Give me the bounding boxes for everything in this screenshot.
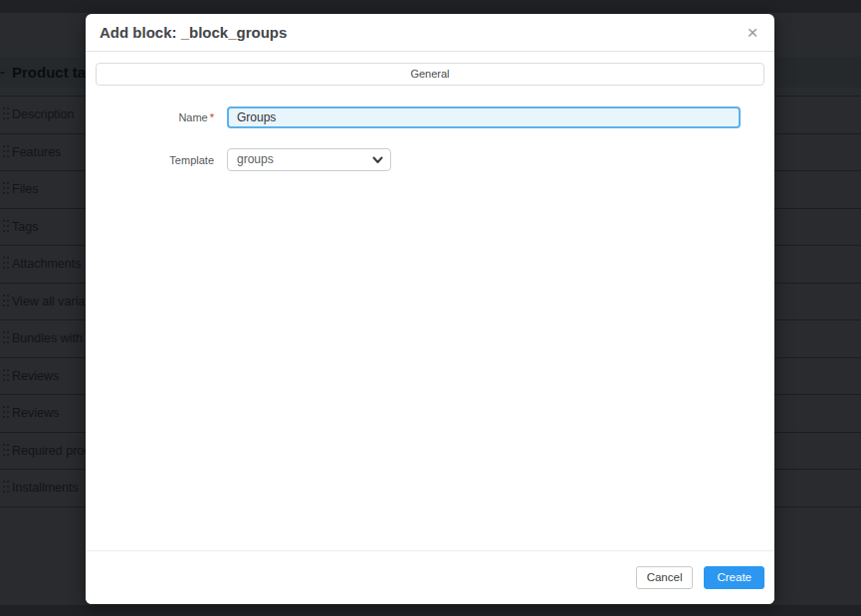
dialog-footer: Cancel Create: [86, 550, 774, 604]
list-item-label: Description: [12, 97, 75, 133]
drag-handle-icon[interactable]: [3, 295, 11, 308]
dialog-header: Add block: _block_groups ×: [86, 14, 774, 52]
list-item-label: Bundles with th: [12, 320, 97, 357]
template-label: Template: [86, 149, 214, 171]
admin-bottom-bar: [0, 605, 861, 616]
drag-handle-icon[interactable]: [3, 145, 11, 159]
drag-handle-icon[interactable]: [3, 331, 11, 345]
close-icon[interactable]: ×: [741, 14, 764, 52]
list-item-label: Files: [12, 171, 38, 208]
required-asterisk: *: [210, 111, 214, 123]
create-button[interactable]: Create: [704, 566, 764, 589]
template-select[interactable]: groups: [227, 148, 391, 171]
list-item-label: Installments: [12, 470, 79, 507]
list-item-label: Features: [12, 134, 61, 171]
drag-handle-icon[interactable]: [3, 107, 11, 121]
dialog-title: Add block: _block_groups: [100, 24, 287, 41]
cancel-button[interactable]: Cancel: [636, 566, 694, 589]
name-input[interactable]: [227, 106, 741, 128]
collapse-icon[interactable]: -: [0, 57, 8, 88]
admin-screen: - Product ta Description Features Files …: [0, 0, 861, 616]
drag-handle-icon[interactable]: [3, 220, 11, 234]
list-item-label: Reviews: [12, 395, 59, 432]
drag-handle-icon[interactable]: [3, 369, 11, 383]
page-title: Product ta: [12, 57, 86, 88]
template-selected-value: groups: [237, 149, 274, 170]
tab-general[interactable]: General: [96, 63, 764, 86]
list-item-label: Attachments: [12, 246, 81, 283]
list-item-label: Reviews: [12, 358, 59, 395]
admin-top-bar: [0, 0, 861, 13]
drag-handle-icon[interactable]: [3, 182, 11, 196]
drag-handle-icon[interactable]: [3, 444, 11, 458]
drag-handle-icon[interactable]: [3, 481, 11, 495]
list-item-label: Tags: [12, 209, 38, 246]
name-label: Name*: [86, 106, 214, 128]
drag-handle-icon[interactable]: [3, 257, 11, 271]
drag-handle-icon[interactable]: [3, 406, 11, 420]
add-block-dialog: Add block: _block_groups × General Name*…: [86, 14, 774, 604]
chevron-down-icon: [372, 156, 383, 164]
